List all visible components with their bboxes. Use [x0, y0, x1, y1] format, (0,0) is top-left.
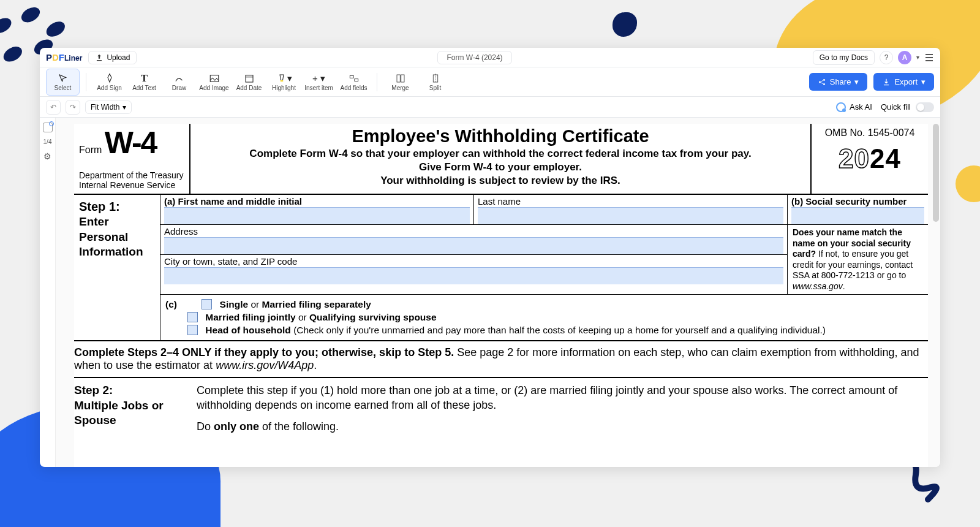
pencil-icon	[174, 72, 185, 85]
share-button[interactable]: Share ▾	[809, 73, 868, 91]
upload-label: Upload	[107, 53, 130, 62]
calendar-icon	[244, 72, 255, 85]
pen-nib-icon	[104, 72, 115, 85]
city-input[interactable]	[164, 267, 783, 284]
tool-add-image[interactable]: Add Image	[197, 69, 231, 96]
share-icon	[818, 78, 826, 86]
form-header: Form W-4 Department of the Treasury Inte…	[74, 124, 928, 195]
first-name-field: (a) First name and middle initial	[160, 195, 473, 224]
svg-rect-10	[354, 79, 358, 82]
tool-insert-item[interactable]: + ▾ Insert item	[302, 69, 336, 96]
ask-ai-button[interactable]: Ask AI	[836, 102, 872, 112]
ssn-field: (b) Social security number	[787, 195, 928, 224]
svg-rect-8	[280, 80, 283, 82]
step2-section: Step 2: Multiple Jobs or Spouse Complete…	[74, 378, 928, 434]
tool-split[interactable]: Split	[418, 69, 452, 96]
svg-rect-9	[350, 76, 353, 78]
ai-icon	[836, 102, 846, 112]
left-rail: 1/4 ⚙	[40, 118, 56, 467]
svg-rect-6	[246, 75, 253, 82]
chevron-down-icon: ▾	[854, 77, 859, 86]
tool-merge[interactable]: Merge	[383, 69, 417, 96]
chevron-down-icon: ▾	[123, 103, 126, 112]
main-area: 1/4 ⚙ Form W-4 Department of the Treasur…	[40, 118, 940, 467]
address-input[interactable]	[164, 237, 783, 254]
app-window: PDFLiner Upload Form W-4 (2024) Go to my…	[40, 48, 940, 467]
quick-fill-toggle[interactable]: Quick fill	[881, 102, 934, 112]
dept-line2: Internal Revenue Service	[79, 180, 184, 190]
address-field: Address	[160, 224, 787, 254]
ssn-input[interactable]	[791, 207, 924, 224]
plus-icon: + ▾	[312, 72, 325, 85]
form-title-block: Employee's Withholding Certificate Compl…	[190, 124, 812, 194]
svg-point-1	[19, 4, 43, 26]
redo-button[interactable]: ↷	[66, 100, 80, 115]
chevron-down-icon: ▾	[921, 77, 925, 86]
title-bar: PDFLiner Upload Form W-4 (2024) Go to my…	[40, 48, 940, 67]
download-icon	[882, 78, 891, 86]
cursor-icon	[58, 72, 69, 85]
tool-highlight[interactable]: ▾ Highlight	[267, 69, 301, 96]
text-icon: T	[141, 72, 148, 85]
document-page: Form W-4 Department of the Treasury Inte…	[74, 124, 928, 467]
user-avatar[interactable]: A	[898, 51, 911, 64]
checkbox-single[interactable]	[202, 299, 212, 309]
sub-toolbar: ↶ ↷ Fit Width ▾ Ask AI Quick fill	[40, 97, 940, 118]
menu-icon[interactable]	[924, 53, 934, 63]
decor-yellow-dot	[956, 165, 980, 202]
step1-label: Step 1: Enter Personal Information	[74, 195, 160, 340]
avatar-chevron-icon[interactable]: ▾	[916, 54, 919, 61]
toggle-switch[interactable]	[916, 102, 934, 112]
svg-point-2	[43, 18, 67, 40]
tool-add-fields[interactable]: Add fields	[337, 69, 371, 96]
svg-point-16	[823, 79, 825, 81]
scrollbar[interactable]	[933, 124, 939, 222]
page-counter: 1/4	[43, 138, 52, 145]
app-logo[interactable]: PDFLiner	[46, 52, 82, 63]
zoom-selector[interactable]: Fit Width ▾	[85, 100, 132, 114]
tool-select[interactable]: Select	[46, 69, 80, 96]
document-viewport[interactable]: Form W-4 Department of the Treasury Inte…	[56, 118, 940, 467]
help-button[interactable]: ?	[880, 51, 893, 64]
tool-draw[interactable]: Draw	[162, 69, 196, 96]
last-name-field: Last name	[473, 195, 787, 224]
merge-icon	[395, 72, 406, 85]
last-name-input[interactable]	[478, 207, 783, 224]
city-field: City or town, state, and ZIP code	[160, 254, 787, 284]
pages-panel-icon[interactable]	[43, 123, 53, 132]
undo-button[interactable]: ↶	[46, 100, 61, 115]
ssn-help-text: Does your name match the name on your so…	[787, 224, 928, 294]
tool-add-date[interactable]: Add Date	[232, 69, 266, 96]
tool-add-sign[interactable]: Add Sign	[92, 69, 126, 96]
export-button[interactable]: Export ▾	[873, 73, 934, 91]
form-id-block: Form W-4 Department of the Treasury Inte…	[74, 124, 190, 194]
tool-add-text[interactable]: T Add Text	[127, 69, 161, 96]
step1-section: Step 1: Enter Personal Information (a) F…	[74, 195, 928, 341]
checkbox-head-household[interactable]	[187, 325, 198, 335]
decor-navy-dot	[612, 12, 637, 37]
upload-icon	[95, 53, 104, 62]
svg-point-0	[0, 15, 14, 36]
first-name-input[interactable]	[164, 207, 470, 224]
main-toolbar: Select Add Sign T Add Text Draw Add Imag…	[40, 67, 940, 97]
fields-icon	[349, 72, 360, 85]
svg-rect-11	[397, 75, 400, 82]
svg-rect-5	[210, 75, 219, 82]
svg-point-3	[1, 44, 24, 65]
upload-button[interactable]: Upload	[88, 51, 137, 64]
image-icon	[209, 72, 220, 85]
go-to-my-docs-button[interactable]: Go to my Docs	[813, 50, 875, 65]
filing-status-section: (c) Single or Married filing separately …	[160, 294, 928, 340]
svg-point-15	[819, 81, 821, 83]
svg-rect-12	[401, 75, 404, 82]
step-instructions: Complete Steps 2–4 ONLY if they apply to…	[74, 341, 928, 378]
checkbox-married-jointly[interactable]	[187, 312, 198, 322]
settings-icon[interactable]: ⚙	[43, 151, 51, 161]
svg-point-17	[823, 83, 825, 85]
document-title[interactable]: Form W-4 (2024)	[437, 51, 511, 64]
split-icon	[430, 72, 441, 85]
form-year-block: OMB No. 1545-0074 2024	[812, 124, 928, 194]
highlighter-icon: ▾	[276, 72, 292, 85]
dept-line1: Department of the Treasury	[79, 170, 184, 180]
